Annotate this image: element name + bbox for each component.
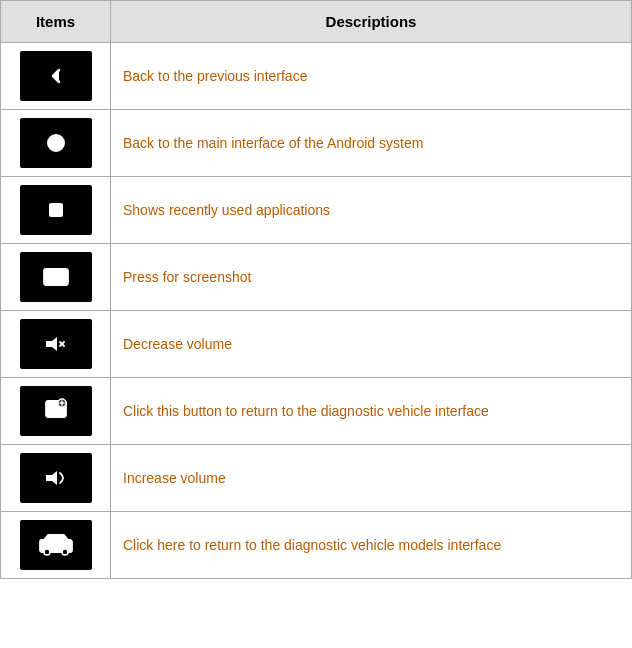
col-header-items: Items <box>1 1 111 43</box>
description-cell: Click this button to return to the diagn… <box>111 378 632 445</box>
icon-cell <box>1 311 111 378</box>
table-row: Click here to return to the diagnostic v… <box>1 512 632 579</box>
vehicle-models-icon <box>20 520 92 570</box>
table-row: Click this button to return to the diagn… <box>1 378 632 445</box>
svg-point-18 <box>62 549 68 555</box>
home-icon <box>20 118 92 168</box>
table-row: Press for screenshot <box>1 244 632 311</box>
svg-point-0 <box>48 135 64 151</box>
diagnostic-icon <box>20 386 92 436</box>
svg-marker-15 <box>46 471 57 485</box>
description-cell: Decrease volume <box>111 311 632 378</box>
description-cell: Increase volume <box>111 445 632 512</box>
col-header-descriptions: Descriptions <box>111 1 632 43</box>
table-row: Back to the previous interface <box>1 43 632 110</box>
svg-rect-1 <box>50 204 62 216</box>
icon-cell <box>1 244 111 311</box>
description-cell: Click here to return to the diagnostic v… <box>111 512 632 579</box>
table-row: Decrease volume <box>1 311 632 378</box>
svg-marker-5 <box>46 337 57 351</box>
icon-cell <box>1 43 111 110</box>
screenshot-icon <box>20 252 92 302</box>
volume-down-icon <box>20 319 92 369</box>
icon-cell <box>1 445 111 512</box>
description-cell: Press for screenshot <box>111 244 632 311</box>
icon-cell <box>1 110 111 177</box>
main-table: Items Descriptions Back to the previous … <box>0 0 632 579</box>
table-row: Increase volume <box>1 445 632 512</box>
recents-icon <box>20 185 92 235</box>
icon-cell <box>1 512 111 579</box>
svg-point-4 <box>54 276 57 279</box>
table-row: Shows recently used applications <box>1 177 632 244</box>
icon-cell <box>1 177 111 244</box>
description-cell: Shows recently used applications <box>111 177 632 244</box>
description-cell: Back to the main interface of the Androi… <box>111 110 632 177</box>
icon-cell <box>1 378 111 445</box>
volume-up-icon <box>20 453 92 503</box>
back-icon <box>20 51 92 101</box>
svg-point-17 <box>44 549 50 555</box>
description-cell: Back to the previous interface <box>111 43 632 110</box>
table-row: Back to the main interface of the Androi… <box>1 110 632 177</box>
